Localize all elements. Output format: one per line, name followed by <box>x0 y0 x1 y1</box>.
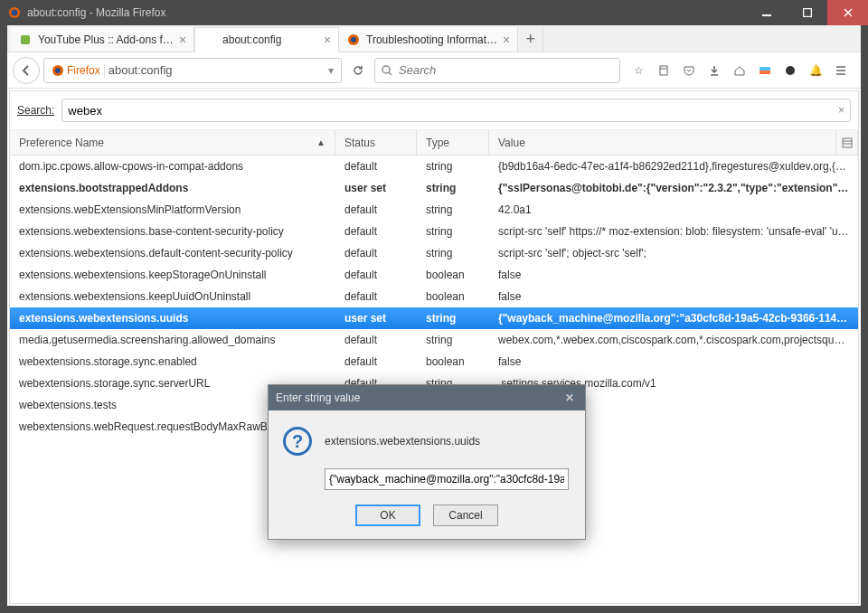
window-titlebar: about:config - Mozilla Firefox <box>0 0 868 25</box>
svg-rect-4 <box>21 35 30 44</box>
maximize-button[interactable] <box>787 0 827 25</box>
cell-status: default <box>335 355 417 368</box>
firefox-favicon <box>346 33 361 47</box>
downloads-icon[interactable] <box>707 63 722 78</box>
home-icon[interactable] <box>732 63 747 78</box>
table-row[interactable]: media.getusermedia.screensharing.allowed… <box>10 329 858 351</box>
table-row[interactable]: extensions.webextensions.uuidsuser setst… <box>10 307 858 329</box>
cell-status: user set <box>335 182 417 194</box>
col-status[interactable]: Status <box>335 130 417 155</box>
svg-rect-10 <box>660 66 667 75</box>
table-row[interactable]: dom.ipc.cpows.allow-cpows-in-compat-addo… <box>10 156 858 177</box>
cell-value: script-src 'self'; object-src 'self'; <box>489 247 858 259</box>
cell-value: script-src 'self' https://* moz-extensio… <box>489 225 858 238</box>
blank-favicon <box>203 33 217 47</box>
minimize-button[interactable] <box>746 0 787 25</box>
cell-name: extensions.webExtensionsMinPlatformVersi… <box>10 203 335 216</box>
notification-bell-icon[interactable]: 🔔 <box>808 63 823 78</box>
svg-point-6 <box>351 37 356 42</box>
dialog-close-icon[interactable]: ✕ <box>561 390 578 406</box>
extension-color-icon[interactable] <box>758 63 772 78</box>
pocket-icon[interactable] <box>682 63 696 78</box>
tab-close-icon[interactable]: × <box>324 33 331 47</box>
reload-button[interactable] <box>345 58 371 83</box>
col-type[interactable]: Type <box>417 130 489 155</box>
url-input[interactable] <box>108 63 325 77</box>
cell-value: false <box>489 269 858 281</box>
col-value[interactable]: Value <box>489 130 836 155</box>
cell-type: boolean <box>417 269 489 281</box>
dialog-titlebar[interactable]: Enter string value ✕ <box>269 385 585 410</box>
back-button[interactable] <box>13 57 40 84</box>
dialog-input[interactable] <box>325 468 569 490</box>
cell-type: string <box>417 312 489 325</box>
ok-button[interactable]: OK <box>355 505 420 526</box>
cell-status: default <box>335 225 417 238</box>
table-row[interactable]: extensions.bootstrappedAddonsuser setstr… <box>10 177 858 199</box>
clear-search-icon[interactable]: × <box>838 104 844 117</box>
cell-status: default <box>335 290 417 303</box>
config-search-row: Search: × <box>10 91 858 130</box>
cell-name: webextensions.storage.sync.enabled <box>10 355 335 368</box>
cell-status: default <box>335 247 417 259</box>
cell-value: {"sslPersonas@tobitobi.de":{"version":"2… <box>489 182 858 194</box>
sort-asc-icon: ▲ <box>316 137 326 147</box>
cell-status: default <box>335 160 417 173</box>
cell-name: extensions.webextensions.uuids <box>10 312 335 325</box>
cell-name: extensions.webextensions.keepUuidOnUnins… <box>10 290 335 303</box>
bookmark-star-icon[interactable]: ☆ <box>631 63 646 78</box>
window-controls <box>746 0 868 25</box>
cell-status: user set <box>335 312 417 325</box>
new-tab-button[interactable]: + <box>518 27 543 52</box>
search-bar[interactable] <box>374 58 620 83</box>
cell-status: default <box>335 203 417 216</box>
toolbar-icons: ☆ 🔔 <box>624 63 855 78</box>
tab-label: YouTube Plus :: Add-ons f… <box>38 33 174 46</box>
tab-youtube-plus[interactable]: YouTube Plus :: Add-ons f… × <box>11 27 194 52</box>
close-button[interactable] <box>827 0 868 25</box>
column-picker-icon[interactable] <box>836 130 858 155</box>
table-row[interactable]: extensions.webextensions.base-content-se… <box>10 221 858 242</box>
config-search-box[interactable]: × <box>61 99 851 122</box>
svg-point-9 <box>382 66 390 73</box>
table-row[interactable]: extensions.webextensions.keepStorageOnUn… <box>10 264 858 286</box>
dialog-body: ? extensions.webextensions.uuids OK Canc… <box>269 410 585 539</box>
tab-close-icon[interactable]: × <box>503 33 510 47</box>
table-row[interactable]: webextensions.storage.sync.enableddefaul… <box>10 351 858 373</box>
firefox-icon <box>7 5 22 20</box>
tab-label: about:config <box>222 33 318 46</box>
cell-status: default <box>335 334 417 346</box>
hamburger-menu-icon[interactable] <box>834 63 848 78</box>
cell-name: extensions.webextensions.base-content-se… <box>10 225 335 238</box>
firefox-identity-icon <box>52 64 64 77</box>
svg-point-8 <box>55 68 61 73</box>
dialog-pref-name: extensions.webextensions.uuids <box>325 435 480 448</box>
tab-about-config[interactable]: about:config × <box>194 27 339 52</box>
extension-dark-icon[interactable] <box>783 63 797 78</box>
cell-name: extensions.webextensions.keepStorageOnUn… <box>10 269 335 281</box>
col-preference-name[interactable]: Preference Name ▲ <box>10 130 335 155</box>
table-row[interactable]: extensions.webextensions.keepUuidOnUnins… <box>10 286 858 307</box>
identity-box[interactable]: Firefox <box>48 64 105 77</box>
config-search-input[interactable] <box>68 104 838 118</box>
cell-name: extensions.webextensions.default-content… <box>10 247 335 259</box>
url-bar[interactable]: Firefox ▾ <box>43 58 342 83</box>
url-dropdown-icon[interactable]: ▾ <box>325 64 337 77</box>
tab-label: Troubleshooting Informat… <box>366 33 497 46</box>
cell-status: default <box>335 269 417 281</box>
cell-name: dom.ipc.cpows.allow-cpows-in-compat-addo… <box>10 160 335 173</box>
window-title: about:config - Mozilla Firefox <box>27 6 746 19</box>
table-row[interactable]: extensions.webextensions.default-content… <box>10 242 858 264</box>
cell-type: string <box>417 182 489 194</box>
table-header: Preference Name ▲ Status Type Value <box>10 130 858 156</box>
cell-type: boolean <box>417 290 489 303</box>
search-input[interactable] <box>399 63 614 77</box>
cancel-button[interactable]: Cancel <box>433 505 498 526</box>
library-icon[interactable] <box>656 63 671 78</box>
tab-troubleshooting[interactable]: Troubleshooting Informat… × <box>339 27 518 52</box>
cell-type: string <box>417 203 489 216</box>
table-row[interactable]: extensions.webExtensionsMinPlatformVersi… <box>10 199 858 221</box>
identity-label: Firefox <box>67 64 100 77</box>
tab-close-icon[interactable]: × <box>179 33 186 47</box>
cell-value: false <box>489 290 858 303</box>
